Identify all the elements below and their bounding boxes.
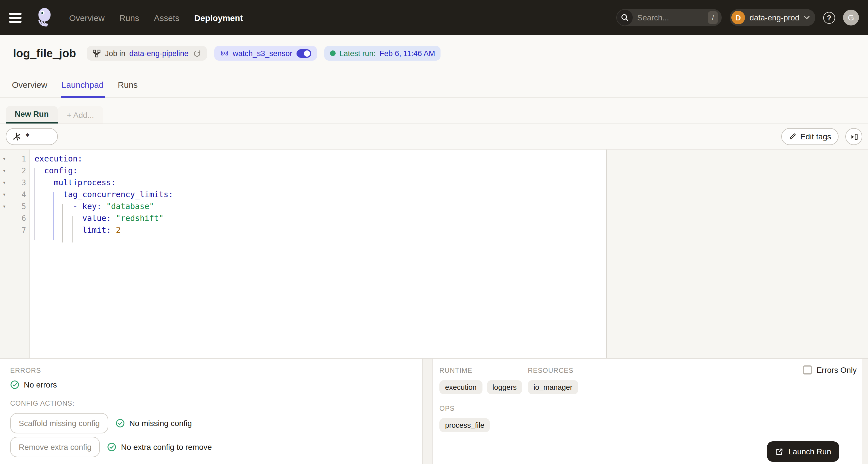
indent-guide: [72, 216, 72, 242]
resources-heading: RESOURCES: [528, 367, 578, 374]
resources-tags: io_manager: [528, 380, 578, 394]
user-avatar[interactable]: G: [843, 10, 859, 26]
deployment-name: data-eng-prod: [749, 13, 799, 22]
pencil-icon: [788, 133, 796, 140]
nav-links: OverviewRunsAssetsDeployment: [69, 13, 243, 22]
fold-arrow-icon[interactable]: ▾: [0, 180, 8, 185]
job-location-badge: Job in data-eng-pipeline: [87, 46, 207, 61]
latest-run-badge: Latest run: Feb 6, 11:46 AM: [324, 46, 441, 61]
indent-guide: [62, 204, 63, 242]
repo-link[interactable]: data-eng-pipeline: [129, 49, 188, 58]
no-errors-text: No errors: [24, 380, 57, 389]
nav-item-assets[interactable]: Assets: [154, 13, 180, 22]
errors-only-checkbox[interactable]: [803, 365, 812, 374]
job-tabs: OverviewLaunchpadRuns: [0, 71, 868, 98]
scaffold-missing-config-button[interactable]: Scaffold missing config: [10, 413, 108, 433]
expand-panel-button[interactable]: [845, 128, 862, 145]
fold-arrow-icon[interactable]: ▾: [0, 204, 8, 209]
launch-icon: [775, 447, 784, 456]
sensor-link[interactable]: watch_s3_sensor: [233, 49, 292, 58]
scrollbar-track[interactable]: [862, 359, 868, 464]
tag-execution[interactable]: execution: [439, 380, 482, 394]
sensor-toggle[interactable]: [296, 49, 311, 58]
latest-run-label: Latest run:: [339, 49, 376, 58]
fold-arrow-icon[interactable]: ▾: [0, 168, 8, 173]
tag-io_manager[interactable]: io_manager: [528, 380, 578, 394]
tag-loggers[interactable]: loggers: [487, 380, 522, 394]
op-selector-icon: [12, 132, 21, 141]
sections-column: RESOURCESio_manager: [528, 367, 578, 464]
sensor-icon: [220, 49, 229, 58]
yaml-editor: ▾1▾2▾3▾4▾567 execution: config: multipro…: [0, 150, 607, 358]
page-header: log_file_job Job in data-eng-pipeline: [0, 35, 868, 71]
hamburger-menu-icon[interactable]: [9, 13, 24, 22]
fold-arrow-icon[interactable]: ▾: [0, 192, 8, 197]
fold-arrow-icon[interactable]: ▾: [0, 156, 8, 162]
session-tab-new-run[interactable]: New Run: [6, 106, 58, 124]
tab-launchpad[interactable]: Launchpad: [62, 71, 104, 97]
code-line: execution:: [35, 153, 606, 165]
indent-guide: [53, 192, 54, 240]
line-number: 2: [8, 167, 29, 175]
op-selector-value: *: [25, 131, 30, 142]
indent-guide: [34, 168, 35, 240]
help-icon[interactable]: ?: [823, 11, 835, 24]
panel-splitter[interactable]: [423, 359, 433, 464]
line-number: 7: [8, 226, 29, 235]
search-icon: [617, 10, 633, 26]
search-placeholder: Search...: [637, 13, 708, 22]
reload-icon[interactable]: [192, 49, 201, 58]
action-status: No missing config: [116, 419, 192, 428]
tag-process_file[interactable]: process_file: [439, 418, 490, 432]
runtime-heading: RUNTIME: [439, 367, 519, 374]
editor-side-panel: [607, 150, 868, 358]
config-action-row: Remove extra configNo extra config to re…: [10, 437, 423, 457]
nav-item-runs[interactable]: Runs: [119, 13, 139, 22]
check-circle-icon: [107, 442, 117, 452]
bottom-panel: ERRORS No errors CONFIG ACTIONS: Scaffol…: [0, 358, 868, 464]
errors-panel: ERRORS No errors CONFIG ACTIONS: Scaffol…: [0, 359, 423, 464]
chevron-down-icon: [804, 15, 810, 20]
deployment-switcher[interactable]: D data-eng-prod: [730, 9, 815, 26]
nav-item-deployment[interactable]: Deployment: [194, 13, 243, 22]
nav-item-overview[interactable]: Overview: [69, 13, 104, 22]
page-title: log_file_job: [13, 47, 76, 60]
remove-extra-config-button[interactable]: Remove extra config: [10, 437, 100, 457]
launchpad-toolbar: * Edit tags: [0, 124, 868, 150]
action-status: No extra config to remove: [107, 442, 212, 452]
config-actions-heading: CONFIG ACTIONS:: [10, 399, 423, 407]
line-number: 5: [8, 202, 29, 211]
errors-only-label: Errors Only: [816, 365, 857, 374]
no-errors-status: No errors: [10, 380, 423, 389]
launchpad-session-tabs: New Run + Add...: [0, 98, 868, 124]
code-line: value: "redshift": [35, 212, 606, 224]
search-shortcut-key: /: [708, 11, 718, 24]
line-number: 4: [8, 190, 29, 199]
add-session-tab-button[interactable]: + Add...: [58, 106, 103, 124]
indent-guide: [82, 216, 82, 242]
yaml-code-area[interactable]: execution: config: multiprocess: tag_con…: [30, 150, 606, 358]
line-number: 3: [8, 178, 29, 187]
dagster-logo-icon[interactable]: [33, 6, 56, 29]
edit-tags-button[interactable]: Edit tags: [781, 128, 839, 145]
op-selector-input[interactable]: *: [6, 128, 58, 145]
tab-overview[interactable]: Overview: [12, 71, 47, 97]
code-line: - key: "database": [35, 201, 606, 212]
ops-tags: process_file: [439, 418, 519, 432]
sensor-badge: watch_s3_sensor: [214, 46, 317, 61]
launch-run-button[interactable]: Launch Run: [767, 441, 839, 462]
deployment-avatar: D: [732, 11, 745, 24]
line-number: 1: [8, 155, 29, 163]
editor-gutter: ▾1▾2▾3▾4▾567: [0, 150, 30, 358]
errors-heading: ERRORS: [10, 367, 423, 374]
code-line: limit: 2: [35, 224, 606, 236]
sections-column: RUNTIMEexecutionloggersOPSprocess_file: [439, 367, 519, 464]
run-status-dot: [330, 51, 335, 56]
runtime-tags: executionloggers: [439, 380, 519, 394]
errors-only-control: Errors Only: [803, 365, 857, 374]
indent-guide: [44, 180, 44, 240]
ops-heading: OPS: [439, 404, 519, 412]
tab-runs[interactable]: Runs: [118, 71, 138, 97]
latest-run-time-link[interactable]: Feb 6, 11:46 AM: [379, 49, 435, 58]
search-input[interactable]: Search... /: [616, 9, 722, 26]
